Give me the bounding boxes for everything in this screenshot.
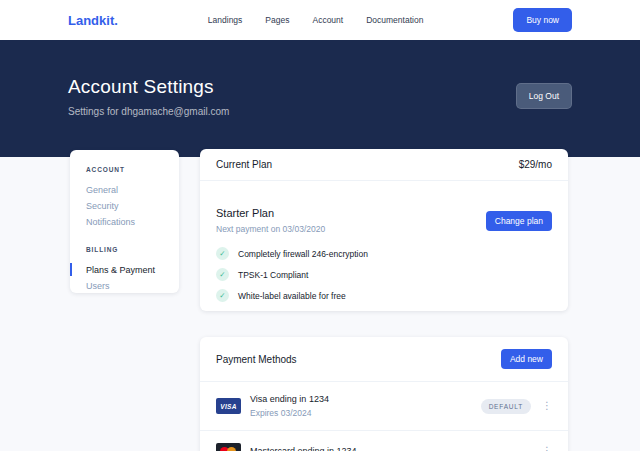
- card-info: Mastercard ending in 1234: [250, 446, 357, 451]
- nav-item-documentation[interactable]: Documentation: [366, 15, 423, 25]
- nav-item-pages[interactable]: Pages: [265, 15, 289, 25]
- card-title: Visa ending in 1234: [250, 394, 329, 404]
- payment-methods-card: Payment Methods Add new VISA Visa ending…: [200, 337, 568, 451]
- sidebar-heading-billing: Billing: [86, 246, 171, 253]
- nav-item-landings[interactable]: Landings: [208, 15, 243, 25]
- change-plan-button[interactable]: Change plan: [486, 211, 552, 231]
- feature-item: ✓ TPSK-1 Compliant: [216, 268, 552, 281]
- sidebar-item-general[interactable]: General: [86, 182, 171, 198]
- card-title: Mastercard ending in 1234: [250, 446, 357, 451]
- next-payment-date: Next payment on 03/03/2020: [216, 224, 325, 234]
- feature-label: TPSK-1 Compliant: [238, 270, 308, 280]
- plan-features: ✓ Completely firewall 246-encryption ✓ T…: [216, 247, 552, 302]
- buy-now-button[interactable]: Buy now: [513, 8, 572, 32]
- check-icon: ✓: [216, 268, 229, 281]
- page-header: Account Settings Settings for dhgamache@…: [0, 40, 640, 157]
- feature-label: Completely firewall 246-encryption: [238, 249, 368, 259]
- card-expiry: Expires 03/2024: [250, 408, 329, 418]
- feature-item: ✓ White-label available for free: [216, 289, 552, 302]
- nav-links: Landings Pages Account Documentation: [208, 15, 424, 25]
- sidebar-item-security[interactable]: Security: [86, 198, 171, 214]
- sidebar-heading-account: Account: [86, 166, 171, 173]
- current-plan-card: Current Plan $29/mo Starter Plan Next pa…: [200, 149, 568, 311]
- log-out-button[interactable]: Log Out: [516, 83, 572, 109]
- active-indicator-bar: [70, 263, 72, 276]
- payment-methods-title: Payment Methods: [216, 354, 297, 365]
- page-subtitle: Settings for dhgamache@gmail.com: [68, 106, 572, 117]
- page-title: Account Settings: [68, 76, 572, 98]
- payment-method-row-mastercard: Mastercard ending in 1234 ⋮: [200, 430, 568, 451]
- sidebar-item-notifications[interactable]: Notifications: [86, 214, 171, 230]
- payment-method-row-visa: VISA Visa ending in 1234 Expires 03/2024…: [200, 382, 568, 430]
- visa-logo: VISA: [216, 398, 241, 414]
- check-icon: ✓: [216, 289, 229, 302]
- sidebar-item-users[interactable]: Users: [86, 278, 171, 294]
- plan-name: Starter Plan: [216, 207, 325, 219]
- current-plan-title: Current Plan: [216, 159, 272, 170]
- sidebar-item-label: Plans & Payment: [86, 265, 155, 275]
- kebab-menu-icon[interactable]: ⋮: [542, 446, 552, 451]
- default-badge: DEFAULT: [481, 399, 531, 414]
- plan-price: $29/mo: [519, 159, 552, 170]
- sidebar-item-plans-payment[interactable]: Plans & Payment: [86, 262, 171, 278]
- kebab-menu-icon[interactable]: ⋮: [542, 401, 552, 411]
- settings-sidebar: Account General Security Notifications B…: [70, 150, 179, 293]
- mastercard-logo: [216, 443, 241, 451]
- top-navbar: Landkit. Landings Pages Account Document…: [0, 0, 640, 40]
- payment-methods-header: Payment Methods Add new: [200, 337, 568, 382]
- current-plan-header: Current Plan $29/mo: [200, 149, 568, 181]
- nav-item-account[interactable]: Account: [312, 15, 343, 25]
- landkit-logo[interactable]: Landkit.: [68, 13, 118, 28]
- feature-item: ✓ Completely firewall 246-encryption: [216, 247, 552, 260]
- check-icon: ✓: [216, 247, 229, 260]
- add-new-button[interactable]: Add new: [501, 349, 552, 369]
- plan-info: Starter Plan Next payment on 03/03/2020: [216, 207, 325, 234]
- feature-label: White-label available for free: [238, 291, 346, 301]
- mastercard-orange-circle: [227, 447, 236, 451]
- card-info: Visa ending in 1234 Expires 03/2024: [250, 394, 329, 418]
